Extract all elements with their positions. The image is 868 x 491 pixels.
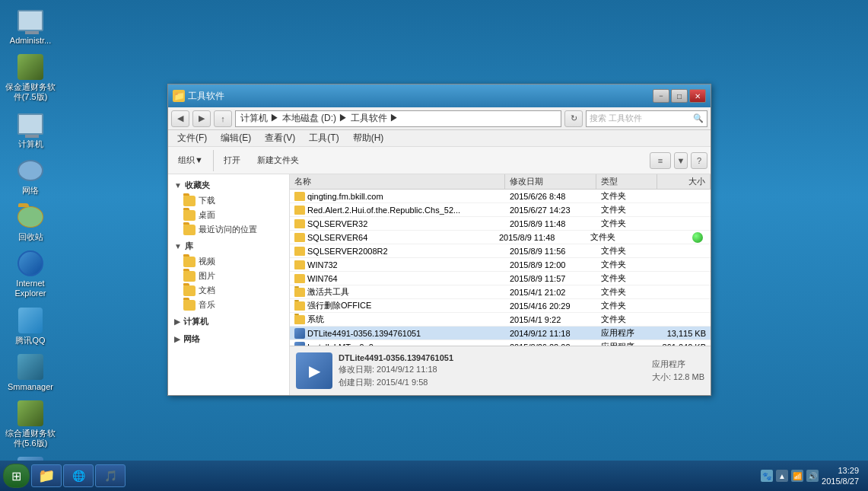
network-expand-icon: ▶ <box>174 335 180 343</box>
icon-administrator[interactable]: Administr... <box>3 4 58 49</box>
help-icon-button[interactable]: ? <box>691 152 707 169</box>
nav-pane: ▼ 收藏夹 下载 桌面 最近访问的位置 <box>168 174 290 395</box>
file-row[interactable]: SQLSERVER64 2015/8/9 11:48 文件夹 <box>290 231 711 244</box>
nav-item-document[interactable]: 文档 <box>168 283 289 298</box>
nav-computer-header[interactable]: ▶ 计算机 <box>168 314 289 330</box>
taskbar-app-media[interactable]: 🎵 <box>95 464 126 487</box>
file-row[interactable]: qingting.fm.bkill.com 2015/6/26 8:48 文件夹 <box>290 190 711 203</box>
search-icon: 🔍 <box>693 113 704 123</box>
col-header-type[interactable]: 类型 <box>596 174 657 189</box>
title-bar-left: 📁 工具软件 <box>173 90 224 103</box>
nav-network-header[interactable]: ▶ 网络 <box>168 331 289 347</box>
tray-network-icon[interactable]: 📶 <box>791 470 803 482</box>
taskbar-apps: 📁 🌐 🎵 <box>31 464 753 487</box>
desktop-folder-icon <box>183 210 196 221</box>
menu-file[interactable]: 文件(F) <box>171 130 213 146</box>
icon-qq[interactable]: 腾讯QQ <box>3 304 58 349</box>
new-folder-button[interactable]: 新建文件夹 <box>250 152 306 168</box>
file-row[interactable]: 系统 2015/4/1 9:22 文件夹 <box>290 313 711 327</box>
up-button[interactable]: ↑ <box>214 110 232 127</box>
maximize-button[interactable]: □ <box>671 89 688 103</box>
open-button[interactable]: 打开 <box>217 152 247 168</box>
view-options-button[interactable]: ▼ <box>674 152 688 169</box>
col-header-name[interactable]: 名称 <box>290 174 505 189</box>
taskbar-app-ie[interactable]: 🌐 <box>63 464 94 487</box>
icon-baojiantong[interactable]: 保金通财务软件(7.5版) <box>3 50 58 105</box>
preview-bar: ▶ DTLite4491-0356.1394761051 修改日期: 2014/… <box>290 346 711 395</box>
library-label: 库 <box>185 241 193 252</box>
download-folder-icon <box>183 196 196 206</box>
icon-network[interactable]: 网络 <box>3 154 58 199</box>
start-button[interactable]: ⊞ <box>3 464 30 488</box>
col-header-size[interactable]: 大小 <box>657 174 711 189</box>
content-area: ▼ 收藏夹 下载 桌面 最近访问的位置 <box>168 174 711 395</box>
menu-view[interactable]: 查看(V) <box>259 130 301 146</box>
file-row[interactable]: WIN764 2015/8/9 11:57 文件夹 <box>290 272 711 285</box>
icon-smmanager[interactable]: Smmanager <box>3 350 58 395</box>
minimize-button[interactable]: － <box>653 89 669 103</box>
file-pane: 名称 修改日期 类型 大小 qingting.fm.bkill.com 2015… <box>290 174 711 395</box>
desktop: Administr... 保金通财务软件(7.5版) 计算机 网络 回收站 In… <box>0 0 868 491</box>
file-list-header: 名称 修改日期 类型 大小 <box>290 174 711 190</box>
tray-volume-icon[interactable]: 🔊 <box>806 470 819 482</box>
toolbar-divider <box>213 150 214 171</box>
file-row[interactable]: 强行删除OFFICE 2015/4/16 20:29 文件夹 <box>290 299 711 313</box>
nav-item-recent[interactable]: 最近访问的位置 <box>168 222 289 237</box>
menu-bar: 文件(F) 编辑(E) 查看(V) 工具(T) 帮助(H) <box>168 130 711 147</box>
file-row[interactable]: WIN732 2015/8/9 12:00 文件夹 <box>290 258 711 272</box>
picture-folder-icon <box>183 271 196 282</box>
icon-computer[interactable]: 计算机 <box>3 107 58 152</box>
preview-filename: DTLite4491-0356.1394761051 <box>339 353 453 362</box>
title-controls: － □ ✕ <box>653 89 706 103</box>
nav-library-header[interactable]: ▼ 库 <box>168 238 289 254</box>
taskbar-app-explorer[interactable]: 📁 <box>31 464 62 487</box>
file-row-selected[interactable]: DTLite4491-0356.1394761051 2014/9/12 11:… <box>290 327 711 340</box>
file-row[interactable]: Install_LMT_v9_2 2015/8/26 22:02 应用程序 36… <box>290 340 711 346</box>
nav-favorites: ▼ 收藏夹 下载 桌面 最近访问的位置 <box>168 177 289 237</box>
file-row[interactable]: SQLSERVER32 2015/8/9 11:48 文件夹 <box>290 217 711 231</box>
tray-icon-paw[interactable]: 🐾 <box>761 470 773 482</box>
icon-finance2[interactable]: 综合通财务软件(5.6版) <box>3 397 58 451</box>
organize-button[interactable]: 组织▼ <box>171 152 210 168</box>
nav-item-music[interactable]: 音乐 <box>168 298 289 312</box>
preview-type: 应用程序 <box>652 359 704 370</box>
nav-favorites-header[interactable]: ▼ 收藏夹 <box>168 177 289 193</box>
refresh-button[interactable]: ↻ <box>564 110 583 127</box>
green-dot-indicator <box>692 232 703 243</box>
menu-edit[interactable]: 编辑(E) <box>215 130 257 146</box>
back-button[interactable]: ◀ <box>171 110 189 127</box>
preview-created: 创建日期: 2015/4/1 9:58 <box>339 377 453 388</box>
favorites-label: 收藏夹 <box>185 180 210 191</box>
tray-arrow-icon[interactable]: ▲ <box>776 470 788 482</box>
computer-expand-icon: ▶ <box>174 317 180 326</box>
document-folder-icon <box>183 285 196 296</box>
recent-folder-icon <box>183 225 196 235</box>
search-bar[interactable]: 搜索 工具软件 🔍 <box>586 110 707 127</box>
title-bar: 📁 工具软件 － □ ✕ <box>168 84 711 107</box>
nav-item-download[interactable]: 下载 <box>168 193 289 208</box>
file-row[interactable]: SQLSERVER2008R2 2015/8/9 11:56 文件夹 <box>290 244 711 258</box>
window-icon: 📁 <box>173 90 185 102</box>
nav-library: ▼ 库 视频 图片 文档 <box>168 238 289 312</box>
forward-button[interactable]: ▶ <box>192 110 211 127</box>
menu-help[interactable]: 帮助(H) <box>347 130 390 146</box>
nav-item-desktop[interactable]: 桌面 <box>168 208 289 222</box>
address-bar: ◀ ▶ ↑ 计算机 ▶ 本地磁盘 (D:) ▶ 工具软件 ▶ ↻ 搜索 工具软件… <box>168 107 711 130</box>
desktop-icon-area: Administr... 保金通财务软件(7.5版) 计算机 网络 回收站 In… <box>0 0 61 491</box>
file-row[interactable]: 激活共工具 2015/4/1 21:02 文件夹 <box>290 285 711 299</box>
col-header-date[interactable]: 修改日期 <box>505 174 596 189</box>
icon-recycle[interactable]: 回收站 <box>3 200 58 245</box>
favorites-expand-icon: ▼ <box>174 181 182 190</box>
preview-date: 修改日期: 2014/9/12 11:18 <box>339 364 453 375</box>
address-path[interactable]: 计算机 ▶ 本地磁盘 (D:) ▶ 工具软件 ▶ <box>235 110 561 127</box>
window-title: 工具软件 <box>188 90 224 103</box>
menu-tools[interactable]: 工具(T) <box>303 130 345 146</box>
music-folder-icon <box>183 300 196 311</box>
icon-ie[interactable]: InternetExplorer <box>3 247 58 301</box>
nav-item-video[interactable]: 视频 <box>168 254 289 269</box>
nav-item-picture[interactable]: 图片 <box>168 269 289 283</box>
view-toggle-button[interactable]: ≡ <box>650 152 671 169</box>
close-button[interactable]: ✕ <box>689 89 706 103</box>
file-row[interactable]: Red.Alert.2.Hui.of.the.Republic.Chs_52..… <box>290 203 711 217</box>
taskbar: ⊞ 📁 🌐 🎵 🐾 ▲ 📶 🔊 13:29 2015/8/27 <box>0 461 868 491</box>
